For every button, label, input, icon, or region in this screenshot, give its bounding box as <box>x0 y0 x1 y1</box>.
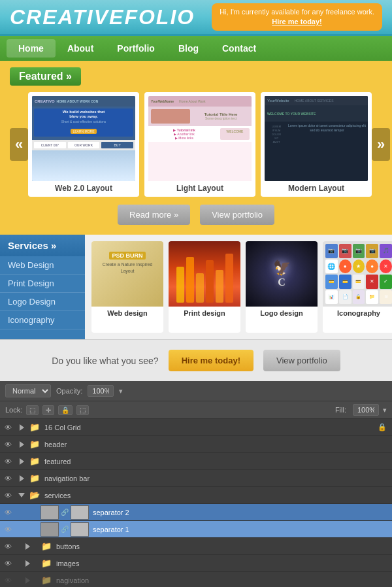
lock-position-btn[interactable]: ✛ <box>42 405 54 415</box>
layer-eye-services[interactable]: 👁 <box>0 492 16 499</box>
featured-actions: Read more » View portfolio <box>10 205 382 225</box>
layer-expand-16col[interactable] <box>16 424 27 431</box>
nav-contact[interactable]: Contact <box>210 39 268 58</box>
carousel-next[interactable]: » <box>372 128 390 161</box>
carousel-label-web: Web 2.0 Layout <box>32 184 135 193</box>
carousel-img-light: YourWebName Home About Work Tutorial Tit… <box>148 96 252 181</box>
layer-row-featured[interactable]: 👁 📁 featured <box>0 453 392 470</box>
services-iconography[interactable]: Iconography <box>0 311 85 329</box>
layer-expand-nagivation[interactable] <box>16 577 39 584</box>
service-card-icons[interactable]: 📷 📷 📷 📷 🎵 🌐 ● ★ ● ✕ 💳 💳 💳 ✕ ✓ 📊 <box>323 241 392 333</box>
service-card-web[interactable]: PSD BURN Create a Nature InspiredLayout … <box>91 241 163 333</box>
layer-row-16col[interactable]: 👁 📁 16 Col Grid 🔒 <box>0 419 392 436</box>
hire-text: Hi, I'm currently available for any free… <box>220 8 374 16</box>
layer-eye-images[interactable]: 👁 <box>0 560 16 567</box>
main-nav: Home About Portfolio Blog Contact <box>0 36 392 61</box>
service-card-img-icons: 📷 📷 📷 📷 🎵 🌐 ● ★ ● ✕ 💳 💳 💳 ✕ ✓ 📊 <box>323 241 392 307</box>
layer-row-navbbar[interactable]: 👁 📁 navigation bar <box>0 470 392 487</box>
lock-pixels-btn[interactable]: ⬚ <box>26 405 39 415</box>
nav-about[interactable]: About <box>56 39 105 58</box>
layer-row-nagivation[interactable]: 👁 📁 nagivation <box>0 572 392 587</box>
read-more-button[interactable]: Read more » <box>118 205 190 225</box>
site-header: CREATIVEFOLIO Hi, I'm currently availabl… <box>0 0 392 36</box>
service-card-label-icons: Iconography <box>323 307 392 320</box>
layer-row-services[interactable]: 👁 📂 services <box>0 487 392 504</box>
carousel-item-light[interactable]: YourWebName Home About Work Tutorial Tit… <box>144 92 255 197</box>
layer-name-sep1: separator 1 <box>90 526 392 533</box>
layer-row-images[interactable]: 👁 📁 images <box>0 555 392 572</box>
layer-folder-images: 📁 <box>39 558 54 568</box>
layer-thumb2-sep2 <box>71 505 89 520</box>
layer-name-buttons: buttons <box>54 543 392 550</box>
layer-thumb-sep1 <box>41 522 59 537</box>
layers-lock-row: Lock: ⬚ ✛ 🔒 ⬚ Fill: ▾ <box>0 401 392 419</box>
services-web-design[interactable]: Web Design <box>0 256 85 275</box>
opacity-dropdown[interactable]: ▾ <box>119 387 123 395</box>
hire-badge[interactable]: Hi, I'm currently available for any free… <box>212 3 382 31</box>
logo: CREATIVEFOLIO <box>10 5 195 29</box>
layer-row-header[interactable]: 👁 📁 header <box>0 436 392 453</box>
layer-lock-icon-16col: 🔒 <box>378 423 387 431</box>
lock-all-btn[interactable]: 🔒 <box>58 405 73 415</box>
layer-eye-navbar[interactable]: 👁 <box>0 475 16 482</box>
carousel-items: CREATIVO HOME ABOUT WORK CON We build we… <box>28 92 372 197</box>
nav-blog[interactable]: Blog <box>167 39 210 58</box>
layer-name-featured: featured <box>42 458 392 465</box>
view-portfolio-button[interactable]: View portfolio <box>200 205 274 225</box>
service-card-img-logo: 🦅 C <box>246 241 318 307</box>
layer-name-header: header <box>42 441 392 448</box>
cta-text: Do you like what you see? <box>52 356 158 366</box>
service-card-logo[interactable]: 🦅 C Logo design <box>246 241 318 333</box>
logo-part2: FOLIO <box>124 5 195 29</box>
layer-eye-sep1[interactable]: 👁 <box>0 526 16 533</box>
featured-section: Featured » « CREATIVO HOME ABOUT WORK CO… <box>0 61 392 235</box>
carousel-label-light: Light Layout <box>148 184 252 193</box>
layer-folder-16col: 📁 <box>27 422 42 432</box>
services-section: Services » Web Design Print Design Logo … <box>0 235 392 339</box>
nav-home[interactable]: Home <box>7 39 56 58</box>
layer-expand-buttons[interactable] <box>16 543 39 550</box>
services-title: Services » <box>0 235 85 256</box>
layer-row-sep2[interactable]: 👁 🔗 separator 2 <box>0 504 392 521</box>
carousel-prev[interactable]: « <box>10 128 28 161</box>
service-card-print[interactable]: Print design <box>169 241 240 333</box>
layer-row-sep1[interactable]: 👁 🔗 separator 1 <box>0 521 392 538</box>
blend-mode-select[interactable]: Normal <box>5 384 51 397</box>
fill-dropdown[interactable]: ▾ <box>383 406 387 414</box>
layer-expand-header[interactable] <box>16 441 27 448</box>
services-print-design[interactable]: Print Design <box>0 275 85 293</box>
service-card-img-web: PSD BURN Create a Nature InspiredLayout <box>91 241 163 307</box>
opacity-label: Opacity: <box>56 387 82 395</box>
opacity-input[interactable] <box>88 385 114 397</box>
layer-expand-featured[interactable] <box>16 458 27 465</box>
layer-chain-sep1: 🔗 <box>60 526 69 533</box>
layer-eye-nagivation[interactable]: 👁 <box>0 577 16 584</box>
nav-portfolio[interactable]: Portfolio <box>105 39 167 58</box>
featured-carousel: « CREATIVO HOME ABOUT WORK CON We build … <box>10 92 382 197</box>
layer-row-buttons[interactable]: 👁 📁 buttons <box>0 538 392 555</box>
layer-expand-images[interactable] <box>16 560 39 567</box>
carousel-item-modern[interactable]: YourWebsite HOME ABOUT SERVICES WELCOME … <box>261 92 372 197</box>
layer-expand-navbar[interactable] <box>16 475 27 482</box>
layer-folder-navbar: 📁 <box>27 473 42 483</box>
view-portfolio-cta-button[interactable]: View portfolio <box>263 350 340 371</box>
layer-eye-16col[interactable]: 👁 <box>0 424 16 431</box>
hire-me-button[interactable]: Hire me today! <box>169 350 253 371</box>
layer-eye-sep2[interactable]: 👁 <box>0 509 16 516</box>
lock-extra-btn[interactable]: ⬚ <box>76 405 89 415</box>
layer-eye-buttons[interactable]: 👁 <box>0 543 16 550</box>
carousel-img-web: CREATIVO HOME ABOUT WORK CON We build we… <box>32 96 135 181</box>
services-grid: PSD BURN Create a Nature InspiredLayout … <box>85 235 392 339</box>
layer-name-16col: 16 Col Grid <box>42 424 378 431</box>
services-logo-design[interactable]: Logo Design <box>0 293 85 311</box>
fill-input[interactable] <box>353 404 379 416</box>
service-card-label-web: Web design <box>91 307 163 320</box>
carousel-item-web[interactable]: CREATIVO HOME ABOUT WORK CON We build we… <box>28 92 139 197</box>
layer-eye-header[interactable]: 👁 <box>0 441 16 448</box>
layer-folder-nagivation: 📁 <box>39 575 54 585</box>
layer-expand-services[interactable] <box>16 493 27 497</box>
hire-link[interactable]: Hire me today! <box>272 18 321 25</box>
fill-label: Fill: <box>335 406 346 414</box>
layer-thumb2-sep1 <box>71 522 89 537</box>
layer-eye-featured[interactable]: 👁 <box>0 458 16 465</box>
